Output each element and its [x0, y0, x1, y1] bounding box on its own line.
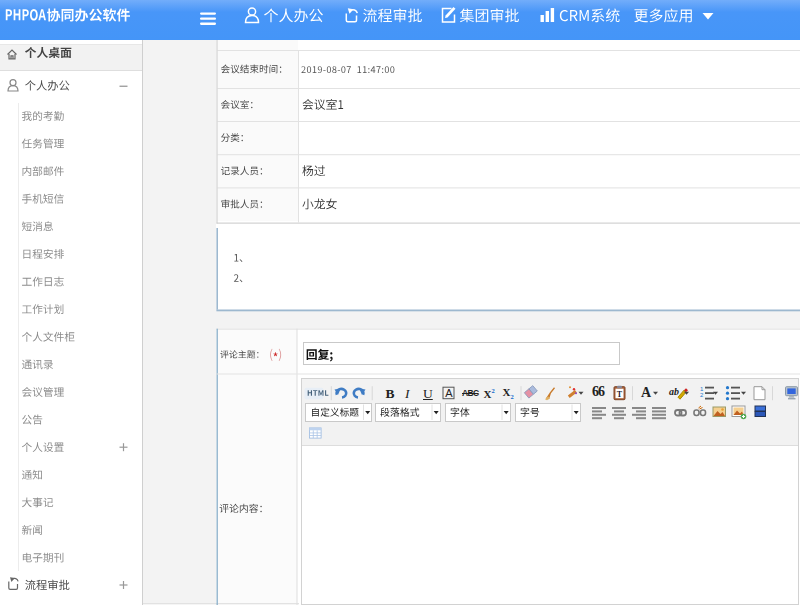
svg-text:2: 2 — [700, 392, 704, 398]
svg-text:T: T — [617, 390, 623, 399]
svg-text:1: 1 — [700, 386, 704, 392]
